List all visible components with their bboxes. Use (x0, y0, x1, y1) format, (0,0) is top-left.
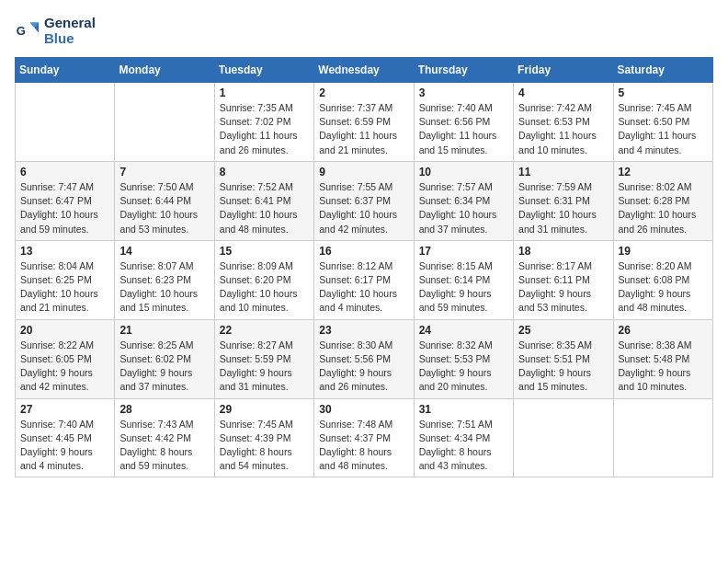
day-number: 2 (319, 86, 408, 99)
calendar-cell: 14Sunrise: 8:07 AMSunset: 6:23 PMDayligh… (115, 240, 214, 319)
day-info: Sunrise: 8:20 AMSunset: 6:08 PMDaylight:… (619, 259, 708, 316)
day-number: 10 (419, 166, 508, 178)
calendar-cell (115, 83, 214, 162)
day-info: Sunrise: 8:38 AMSunset: 5:48 PMDaylight:… (619, 339, 708, 395)
calendar-cell: 11Sunrise: 7:59 AMSunset: 6:31 PMDayligh… (514, 161, 613, 240)
calendar-cell: 19Sunrise: 8:20 AMSunset: 6:08 PMDayligh… (613, 240, 712, 319)
calendar-header-row: SundayMondayTuesdayWednesdayThursdayFrid… (16, 58, 713, 83)
day-number: 31 (419, 403, 508, 416)
day-number: 30 (319, 403, 408, 416)
logo-text: General Blue (44, 15, 96, 46)
calendar-cell: 25Sunrise: 8:35 AMSunset: 5:51 PMDayligh… (514, 319, 613, 398)
calendar-cell: 29Sunrise: 7:45 AMSunset: 4:39 PMDayligh… (214, 398, 313, 477)
day-number: 18 (518, 245, 608, 258)
day-number: 19 (619, 245, 708, 258)
calendar-cell: 8Sunrise: 7:52 AMSunset: 6:41 PMDaylight… (214, 161, 313, 240)
day-number: 4 (518, 86, 608, 99)
day-info: Sunrise: 8:15 AMSunset: 6:14 PMDaylight:… (419, 259, 508, 316)
day-info: Sunrise: 7:45 AMSunset: 6:50 PMDaylight:… (619, 101, 708, 157)
calendar-cell: 15Sunrise: 8:09 AMSunset: 6:20 PMDayligh… (214, 240, 313, 319)
day-number: 29 (220, 403, 309, 416)
calendar-cell: 1Sunrise: 7:35 AMSunset: 7:02 PMDaylight… (214, 83, 313, 162)
calendar-cell: 12Sunrise: 8:02 AMSunset: 6:28 PMDayligh… (613, 161, 712, 240)
calendar-cell (514, 398, 613, 477)
day-number: 13 (20, 245, 109, 258)
calendar-table: SundayMondayTuesdayWednesdayThursdayFrid… (15, 57, 713, 477)
day-number: 11 (518, 166, 608, 178)
day-info: Sunrise: 8:35 AMSunset: 5:51 PMDaylight:… (518, 339, 608, 395)
day-number: 21 (119, 324, 209, 337)
calendar-cell: 23Sunrise: 8:30 AMSunset: 5:56 PMDayligh… (314, 319, 414, 398)
calendar-cell: 10Sunrise: 7:57 AMSunset: 6:34 PMDayligh… (414, 161, 513, 240)
day-number: 28 (119, 403, 209, 416)
day-info: Sunrise: 7:43 AMSunset: 4:42 PMDaylight:… (119, 418, 209, 474)
calendar-cell: 6Sunrise: 7:47 AMSunset: 6:47 PMDaylight… (16, 161, 115, 240)
calendar-cell (16, 83, 115, 162)
weekday-header: Friday (514, 58, 613, 83)
day-info: Sunrise: 7:51 AMSunset: 4:34 PMDaylight:… (419, 418, 508, 474)
logo-icon: G (15, 17, 40, 43)
calendar-week-row: 1Sunrise: 7:35 AMSunset: 7:02 PMDaylight… (16, 83, 713, 162)
calendar-cell: 28Sunrise: 7:43 AMSunset: 4:42 PMDayligh… (115, 398, 214, 477)
day-number: 22 (220, 324, 309, 337)
calendar-cell: 20Sunrise: 8:22 AMSunset: 6:05 PMDayligh… (16, 319, 115, 398)
day-info: Sunrise: 8:30 AMSunset: 5:56 PMDaylight:… (319, 339, 408, 395)
day-number: 26 (619, 324, 708, 337)
day-info: Sunrise: 7:42 AMSunset: 6:53 PMDaylight:… (518, 101, 608, 157)
calendar-cell: 5Sunrise: 7:45 AMSunset: 6:50 PMDaylight… (613, 83, 712, 162)
day-info: Sunrise: 8:02 AMSunset: 6:28 PMDaylight:… (619, 180, 708, 236)
weekday-header: Thursday (414, 58, 513, 83)
day-number: 23 (319, 324, 408, 337)
page-header: G General Blue (15, 15, 713, 46)
day-info: Sunrise: 7:37 AMSunset: 6:59 PMDaylight:… (319, 101, 408, 157)
weekday-header: Wednesday (314, 58, 414, 83)
logo: G General Blue (15, 15, 96, 46)
calendar-cell: 24Sunrise: 8:32 AMSunset: 5:53 PMDayligh… (414, 319, 513, 398)
svg-text:G: G (17, 24, 26, 38)
calendar-week-row: 27Sunrise: 7:40 AMSunset: 4:45 PMDayligh… (16, 398, 713, 477)
weekday-header: Monday (115, 58, 214, 83)
day-info: Sunrise: 7:57 AMSunset: 6:34 PMDaylight:… (419, 180, 508, 236)
day-info: Sunrise: 7:45 AMSunset: 4:39 PMDaylight:… (220, 418, 309, 474)
calendar-week-row: 13Sunrise: 8:04 AMSunset: 6:25 PMDayligh… (16, 240, 713, 319)
calendar-cell: 22Sunrise: 8:27 AMSunset: 5:59 PMDayligh… (214, 319, 313, 398)
calendar-cell: 17Sunrise: 8:15 AMSunset: 6:14 PMDayligh… (414, 240, 513, 319)
day-info: Sunrise: 8:07 AMSunset: 6:23 PMDaylight:… (119, 259, 209, 316)
calendar-cell: 3Sunrise: 7:40 AMSunset: 6:56 PMDaylight… (414, 83, 513, 162)
day-number: 25 (518, 324, 608, 337)
day-info: Sunrise: 8:04 AMSunset: 6:25 PMDaylight:… (20, 259, 109, 316)
calendar-cell: 9Sunrise: 7:55 AMSunset: 6:37 PMDaylight… (314, 161, 414, 240)
day-info: Sunrise: 8:17 AMSunset: 6:11 PMDaylight:… (518, 259, 608, 316)
day-number: 7 (119, 166, 209, 178)
calendar-cell: 2Sunrise: 7:37 AMSunset: 6:59 PMDaylight… (314, 83, 414, 162)
day-number: 3 (419, 86, 508, 99)
day-number: 8 (220, 166, 309, 178)
calendar-cell: 18Sunrise: 8:17 AMSunset: 6:11 PMDayligh… (514, 240, 613, 319)
day-info: Sunrise: 7:48 AMSunset: 4:37 PMDaylight:… (319, 418, 408, 474)
calendar-cell: 4Sunrise: 7:42 AMSunset: 6:53 PMDaylight… (514, 83, 613, 162)
weekday-header: Sunday (16, 58, 115, 83)
day-number: 5 (619, 86, 708, 99)
calendar-cell (613, 398, 712, 477)
day-info: Sunrise: 7:50 AMSunset: 6:44 PMDaylight:… (119, 180, 209, 236)
calendar-cell: 13Sunrise: 8:04 AMSunset: 6:25 PMDayligh… (16, 240, 115, 319)
day-number: 14 (119, 245, 209, 258)
day-number: 9 (319, 166, 408, 178)
calendar-cell: 26Sunrise: 8:38 AMSunset: 5:48 PMDayligh… (613, 319, 712, 398)
day-info: Sunrise: 8:32 AMSunset: 5:53 PMDaylight:… (419, 339, 508, 395)
day-number: 15 (220, 245, 309, 258)
day-info: Sunrise: 7:35 AMSunset: 7:02 PMDaylight:… (220, 101, 309, 157)
day-info: Sunrise: 7:47 AMSunset: 6:47 PMDaylight:… (20, 180, 109, 236)
day-info: Sunrise: 7:40 AMSunset: 4:45 PMDaylight:… (20, 418, 109, 474)
weekday-header: Saturday (613, 58, 712, 83)
day-info: Sunrise: 8:22 AMSunset: 6:05 PMDaylight:… (20, 339, 109, 395)
day-info: Sunrise: 8:12 AMSunset: 6:17 PMDaylight:… (319, 259, 408, 316)
day-info: Sunrise: 8:25 AMSunset: 6:02 PMDaylight:… (119, 339, 209, 395)
day-number: 27 (20, 403, 109, 416)
weekday-header: Tuesday (214, 58, 313, 83)
day-number: 17 (419, 245, 508, 258)
calendar-week-row: 6Sunrise: 7:47 AMSunset: 6:47 PMDaylight… (16, 161, 713, 240)
calendar-cell: 30Sunrise: 7:48 AMSunset: 4:37 PMDayligh… (314, 398, 414, 477)
day-number: 20 (20, 324, 109, 337)
day-info: Sunrise: 7:55 AMSunset: 6:37 PMDaylight:… (319, 180, 408, 236)
